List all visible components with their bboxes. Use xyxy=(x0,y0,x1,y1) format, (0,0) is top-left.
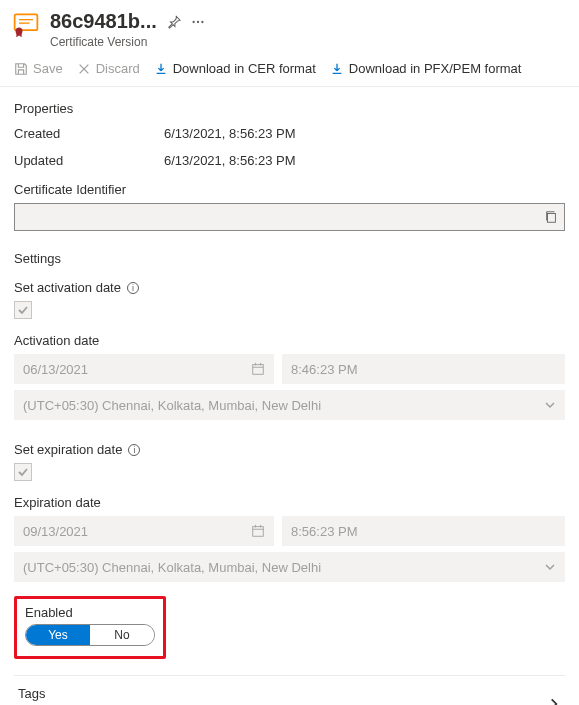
discard-button[interactable]: Discard xyxy=(77,61,140,76)
title-block: 86c9481b... Certificate Version xyxy=(50,10,567,49)
svg-rect-7 xyxy=(548,214,556,223)
properties-heading: Properties xyxy=(14,101,565,116)
info-icon[interactable]: i xyxy=(127,282,139,294)
download-icon xyxy=(330,62,344,76)
updated-label: Updated xyxy=(14,153,164,168)
created-row: Created 6/13/2021, 8:56:23 PM xyxy=(14,126,565,141)
chevron-down-icon xyxy=(544,399,556,411)
save-button[interactable]: Save xyxy=(14,61,63,76)
expiration-date-input[interactable]: 09/13/2021 xyxy=(14,516,274,546)
activation-date-input[interactable]: 06/13/2021 xyxy=(14,354,274,384)
expiration-date-row: 09/13/2021 8:56:23 PM xyxy=(14,516,565,546)
discard-label: Discard xyxy=(96,61,140,76)
download-cer-label: Download in CER format xyxy=(173,61,316,76)
activation-date-row: 06/13/2021 8:46:23 PM xyxy=(14,354,565,384)
calendar-icon xyxy=(251,524,265,538)
created-value: 6/13/2021, 8:56:23 PM xyxy=(164,126,565,141)
enabled-yes[interactable]: Yes xyxy=(26,625,90,645)
header: 86c9481b... Certificate Version xyxy=(0,0,579,57)
more-icon[interactable] xyxy=(191,15,205,29)
download-icon xyxy=(154,62,168,76)
identifier-label: Certificate Identifier xyxy=(14,182,565,197)
page-title: 86c9481b... xyxy=(50,10,157,33)
tags-left: Tags 0 tags xyxy=(18,686,56,705)
settings-heading: Settings xyxy=(14,251,565,266)
info-icon[interactable]: i xyxy=(128,444,140,456)
activation-toggle-label: Set activation date i xyxy=(14,280,565,295)
svg-rect-12 xyxy=(253,527,264,537)
copy-icon[interactable] xyxy=(544,210,558,224)
activation-date-label: Activation date xyxy=(14,333,565,348)
page-subtitle: Certificate Version xyxy=(50,35,567,49)
chevron-down-icon xyxy=(544,561,556,573)
toolbar: Save Discard Download in CER format Down… xyxy=(0,57,579,87)
expiration-date-label: Expiration date xyxy=(14,495,565,510)
expiration-tz-select[interactable]: (UTC+05:30) Chennai, Kolkata, Mumbai, Ne… xyxy=(14,552,565,582)
identifier-field[interactable] xyxy=(14,203,565,231)
expiration-time-input[interactable]: 8:56:23 PM xyxy=(282,516,565,546)
tags-label: Tags xyxy=(18,686,56,701)
activation-checkbox[interactable] xyxy=(14,301,32,319)
expiration-checkbox[interactable] xyxy=(14,463,32,481)
svg-point-4 xyxy=(192,20,194,22)
content: Properties Created 6/13/2021, 8:56:23 PM… xyxy=(0,87,579,705)
svg-point-6 xyxy=(201,20,203,22)
save-label: Save xyxy=(33,61,63,76)
expiration-toggle-label: Set expiration date i xyxy=(14,442,565,457)
updated-row: Updated 6/13/2021, 8:56:23 PM xyxy=(14,153,565,168)
save-icon xyxy=(14,62,28,76)
created-label: Created xyxy=(14,126,164,141)
activation-tz-select[interactable]: (UTC+05:30) Chennai, Kolkata, Mumbai, Ne… xyxy=(14,390,565,420)
identifier-input[interactable] xyxy=(21,210,544,225)
discard-icon xyxy=(77,62,91,76)
activation-time-input[interactable]: 8:46:23 PM xyxy=(282,354,565,384)
enabled-toggle[interactable]: Yes No xyxy=(25,624,155,646)
certificate-icon xyxy=(12,10,40,38)
calendar-icon xyxy=(251,362,265,376)
tags-row[interactable]: Tags 0 tags xyxy=(14,675,565,705)
svg-rect-8 xyxy=(253,365,264,375)
svg-point-5 xyxy=(197,20,199,22)
chevron-right-icon xyxy=(547,697,561,706)
enabled-highlight: Enabled Yes No xyxy=(14,596,166,659)
download-cer-button[interactable]: Download in CER format xyxy=(154,61,316,76)
enabled-no[interactable]: No xyxy=(90,625,154,645)
updated-value: 6/13/2021, 8:56:23 PM xyxy=(164,153,565,168)
pin-icon[interactable] xyxy=(167,15,181,29)
download-pfx-label: Download in PFX/PEM format xyxy=(349,61,522,76)
download-pfx-button[interactable]: Download in PFX/PEM format xyxy=(330,61,522,76)
enabled-label: Enabled xyxy=(25,605,155,620)
